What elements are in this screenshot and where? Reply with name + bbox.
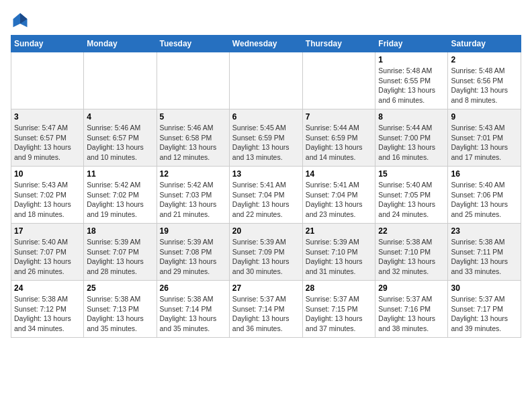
day-number: 6 [232, 112, 300, 122]
day-number: 30 [451, 283, 518, 293]
day-info: Sunrise: 5:37 AM Sunset: 7:17 PM Dayligh… [451, 294, 518, 334]
calendar-cell: 16Sunrise: 5:40 AM Sunset: 7:06 PM Dayli… [448, 167, 521, 224]
day-number: 13 [232, 169, 300, 179]
calendar-cell: 20Sunrise: 5:39 AM Sunset: 7:09 PM Dayli… [229, 224, 302, 281]
day-number: 22 [378, 226, 445, 236]
week-row-4: 17Sunrise: 5:40 AM Sunset: 7:07 PM Dayli… [11, 224, 521, 281]
day-info: Sunrise: 5:42 AM Sunset: 7:03 PM Dayligh… [160, 180, 226, 220]
day-number: 9 [451, 112, 518, 122]
day-number: 18 [87, 226, 153, 236]
calendar-cell: 27Sunrise: 5:37 AM Sunset: 7:14 PM Dayli… [229, 281, 302, 338]
day-info: Sunrise: 5:43 AM Sunset: 7:01 PM Dayligh… [451, 123, 518, 163]
day-info: Sunrise: 5:39 AM Sunset: 7:10 PM Dayligh… [306, 237, 373, 277]
day-number: 7 [306, 112, 373, 122]
day-info: Sunrise: 5:44 AM Sunset: 7:00 PM Dayligh… [378, 123, 445, 163]
calendar-cell: 18Sunrise: 5:39 AM Sunset: 7:07 PM Dayli… [84, 224, 157, 281]
calendar-cell: 11Sunrise: 5:42 AM Sunset: 7:02 PM Dayli… [84, 167, 157, 224]
day-info: Sunrise: 5:40 AM Sunset: 7:05 PM Dayligh… [378, 180, 445, 220]
calendar-cell: 15Sunrise: 5:40 AM Sunset: 7:05 PM Dayli… [375, 167, 448, 224]
day-number: 19 [160, 226, 226, 236]
day-number: 12 [160, 169, 226, 179]
calendar-cell: 1Sunrise: 5:48 AM Sunset: 6:55 PM Daylig… [375, 52, 448, 109]
calendar-cell [229, 52, 302, 109]
calendar-cell: 17Sunrise: 5:40 AM Sunset: 7:07 PM Dayli… [11, 224, 84, 281]
day-info: Sunrise: 5:40 AM Sunset: 7:07 PM Dayligh… [14, 237, 81, 277]
calendar-cell: 5Sunrise: 5:46 AM Sunset: 6:58 PM Daylig… [157, 109, 229, 167]
page-header [11, 11, 521, 30]
calendar-cell: 13Sunrise: 5:41 AM Sunset: 7:04 PM Dayli… [229, 167, 302, 224]
day-number: 2 [451, 55, 518, 64]
day-info: Sunrise: 5:40 AM Sunset: 7:06 PM Dayligh… [451, 180, 518, 220]
calendar-cell [302, 52, 375, 109]
day-number: 20 [232, 226, 300, 236]
day-number: 21 [306, 226, 373, 236]
header-sunday: Sunday [11, 36, 84, 52]
header-thursday: Thursday [302, 36, 375, 52]
calendar-cell: 4Sunrise: 5:46 AM Sunset: 6:57 PM Daylig… [84, 109, 157, 167]
day-info: Sunrise: 5:48 AM Sunset: 6:55 PM Dayligh… [378, 66, 445, 105]
week-row-5: 24Sunrise: 5:38 AM Sunset: 7:12 PM Dayli… [11, 281, 521, 338]
day-info: Sunrise: 5:38 AM Sunset: 7:13 PM Dayligh… [87, 294, 153, 334]
week-row-2: 3Sunrise: 5:47 AM Sunset: 6:57 PM Daylig… [11, 109, 521, 167]
calendar-cell: 3Sunrise: 5:47 AM Sunset: 6:57 PM Daylig… [11, 109, 84, 167]
calendar-cell: 30Sunrise: 5:37 AM Sunset: 7:17 PM Dayli… [448, 281, 521, 338]
calendar-cell: 21Sunrise: 5:39 AM Sunset: 7:10 PM Dayli… [302, 224, 375, 281]
calendar-cell: 23Sunrise: 5:38 AM Sunset: 7:11 PM Dayli… [448, 224, 521, 281]
calendar-cell: 25Sunrise: 5:38 AM Sunset: 7:13 PM Dayli… [84, 281, 157, 338]
logo [11, 11, 32, 30]
day-info: Sunrise: 5:46 AM Sunset: 6:58 PM Dayligh… [160, 123, 226, 163]
day-number: 28 [306, 283, 373, 293]
day-info: Sunrise: 5:44 AM Sunset: 6:59 PM Dayligh… [306, 123, 373, 163]
day-number: 17 [14, 226, 81, 236]
day-number: 10 [14, 169, 81, 179]
calendar-cell: 14Sunrise: 5:41 AM Sunset: 7:04 PM Dayli… [302, 167, 375, 224]
day-info: Sunrise: 5:37 AM Sunset: 7:14 PM Dayligh… [232, 294, 300, 334]
day-number: 23 [451, 226, 518, 236]
header-saturday: Saturday [448, 36, 521, 52]
day-info: Sunrise: 5:37 AM Sunset: 7:16 PM Dayligh… [378, 294, 445, 334]
day-info: Sunrise: 5:48 AM Sunset: 6:56 PM Dayligh… [451, 66, 518, 105]
calendar-cell: 6Sunrise: 5:45 AM Sunset: 6:59 PM Daylig… [229, 109, 302, 167]
header-monday: Monday [84, 36, 157, 52]
day-info: Sunrise: 5:38 AM Sunset: 7:12 PM Dayligh… [14, 294, 81, 334]
day-number: 11 [87, 169, 153, 179]
day-info: Sunrise: 5:39 AM Sunset: 7:09 PM Dayligh… [232, 237, 300, 277]
day-info: Sunrise: 5:43 AM Sunset: 7:02 PM Dayligh… [14, 180, 81, 220]
day-info: Sunrise: 5:39 AM Sunset: 7:07 PM Dayligh… [87, 237, 153, 277]
day-number: 24 [14, 283, 81, 293]
calendar-cell: 9Sunrise: 5:43 AM Sunset: 7:01 PM Daylig… [448, 109, 521, 167]
calendar-cell: 2Sunrise: 5:48 AM Sunset: 6:56 PM Daylig… [448, 52, 521, 109]
day-number: 25 [87, 283, 153, 293]
day-number: 26 [160, 283, 226, 293]
day-info: Sunrise: 5:42 AM Sunset: 7:02 PM Dayligh… [87, 180, 153, 220]
header-tuesday: Tuesday [157, 36, 229, 52]
day-info: Sunrise: 5:39 AM Sunset: 7:08 PM Dayligh… [160, 237, 226, 277]
day-number: 5 [160, 112, 226, 122]
day-number: 4 [87, 112, 153, 122]
day-number: 1 [378, 55, 445, 64]
day-info: Sunrise: 5:46 AM Sunset: 6:57 PM Dayligh… [87, 123, 153, 163]
calendar-cell: 19Sunrise: 5:39 AM Sunset: 7:08 PM Dayli… [157, 224, 229, 281]
day-number: 29 [378, 283, 445, 293]
day-info: Sunrise: 5:47 AM Sunset: 6:57 PM Dayligh… [14, 123, 81, 163]
calendar-cell [11, 52, 84, 109]
calendar-cell: 22Sunrise: 5:38 AM Sunset: 7:10 PM Dayli… [375, 224, 448, 281]
day-info: Sunrise: 5:41 AM Sunset: 7:04 PM Dayligh… [232, 180, 300, 220]
calendar-cell: 12Sunrise: 5:42 AM Sunset: 7:03 PM Dayli… [157, 167, 229, 224]
week-row-3: 10Sunrise: 5:43 AM Sunset: 7:02 PM Dayli… [11, 167, 521, 224]
day-info: Sunrise: 5:38 AM Sunset: 7:11 PM Dayligh… [451, 237, 518, 277]
calendar-cell: 29Sunrise: 5:37 AM Sunset: 7:16 PM Dayli… [375, 281, 448, 338]
logo-icon [11, 11, 30, 30]
calendar-cell [157, 52, 229, 109]
day-info: Sunrise: 5:45 AM Sunset: 6:59 PM Dayligh… [232, 123, 300, 163]
header-friday: Friday [375, 36, 448, 52]
day-number: 15 [378, 169, 445, 179]
day-info: Sunrise: 5:38 AM Sunset: 7:14 PM Dayligh… [160, 294, 226, 334]
day-number: 27 [232, 283, 300, 293]
day-number: 3 [14, 112, 81, 122]
day-info: Sunrise: 5:37 AM Sunset: 7:15 PM Dayligh… [306, 294, 373, 334]
day-info: Sunrise: 5:41 AM Sunset: 7:04 PM Dayligh… [306, 180, 373, 220]
day-number: 8 [378, 112, 445, 122]
calendar-cell [84, 52, 157, 109]
day-info: Sunrise: 5:38 AM Sunset: 7:10 PM Dayligh… [378, 237, 445, 277]
